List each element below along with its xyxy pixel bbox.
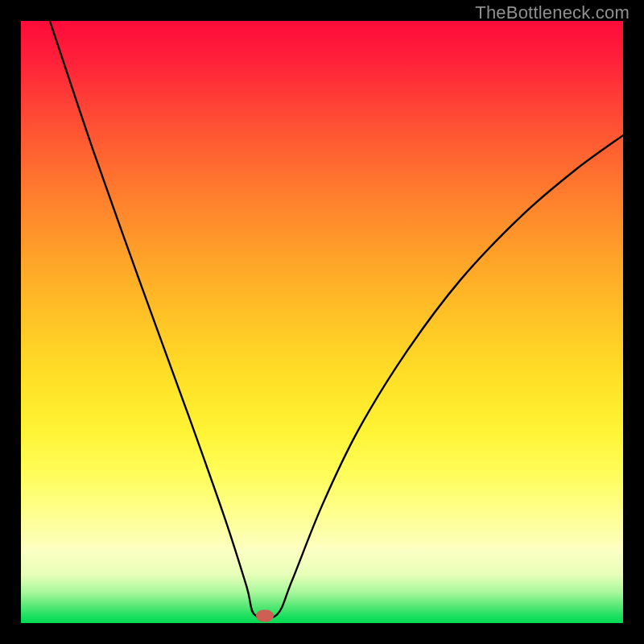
optimal-point-marker	[256, 610, 274, 622]
bottleneck-curve	[21, 21, 623, 623]
watermark-text: TheBottleneck.com	[475, 2, 630, 23]
chart-frame	[13, 13, 631, 631]
plot-area	[21, 21, 623, 623]
